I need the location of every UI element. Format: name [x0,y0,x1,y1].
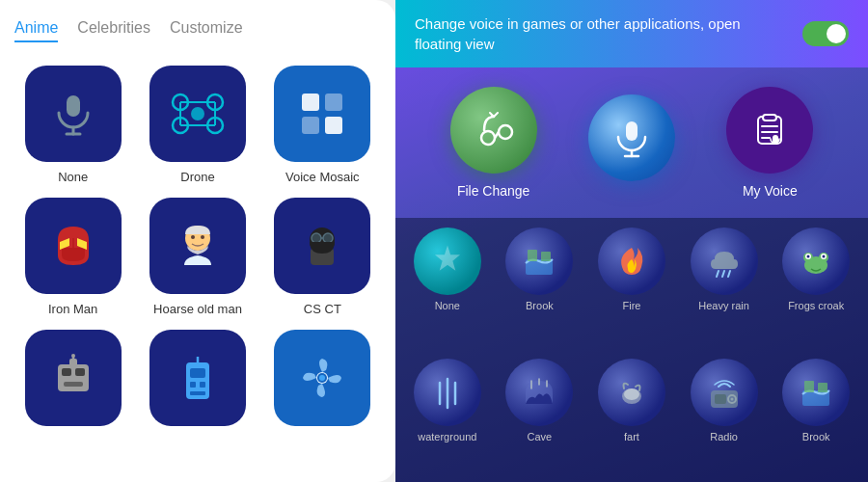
control-orb-my-voice [726,87,813,174]
svg-rect-27 [75,368,85,376]
effect-orb-cave [505,359,573,426]
svg-point-19 [201,235,204,239]
voice-item-walkie[interactable] [139,330,256,434]
effect-item-radio[interactable]: Radio [682,359,767,482]
svg-rect-14 [302,117,319,134]
banner: Change voice in games or other applicati… [395,0,868,67]
effect-item-brook[interactable]: Brook [498,228,583,351]
voice-label-none: None [58,170,88,186]
svg-line-58 [728,271,730,277]
effect-orb-brook [505,228,573,295]
effect-orb-waterground [414,359,481,426]
svg-rect-29 [69,359,77,366]
svg-point-31 [71,354,75,358]
effect-label-fart: fart [624,431,639,442]
voice-item-robot[interactable] [14,330,131,434]
voice-label-cs-ct: CS CT [304,302,341,318]
voice-icon-iron-man [25,198,122,294]
voice-item-cs-ct[interactable]: CS CT [264,198,381,318]
effect-item-brook2[interactable]: Brook [773,359,858,482]
toggle-floating-view[interactable] [802,21,849,46]
control-item-file-change[interactable]: File Change [450,87,537,199]
voice-grid: None Drone [14,66,381,434]
svg-point-22 [312,233,321,243]
svg-line-43 [495,132,499,138]
control-orb-mic [588,94,675,181]
svg-point-41 [481,131,495,145]
svg-line-56 [717,271,719,277]
voice-icon-none [25,66,122,162]
voice-icon-robot [25,330,122,426]
effect-item-cave[interactable]: Cave [498,359,583,482]
svg-rect-74 [818,383,827,392]
svg-rect-44 [626,121,637,141]
svg-rect-34 [190,382,196,388]
effect-orb-brook2 [782,359,850,426]
effect-item-waterground[interactable]: waterground [405,359,490,482]
control-item-mic[interactable] [588,94,675,191]
voice-item-none[interactable]: None [14,66,131,186]
effect-label-cave: Cave [528,431,553,442]
effect-item-heavy-rain[interactable]: Heavy rain [682,228,767,351]
svg-point-18 [191,235,195,239]
effect-item-fire[interactable]: Fire [589,228,674,351]
effect-label-heavy-rain: Heavy rain [698,300,749,311]
svg-rect-0 [67,95,80,117]
svg-rect-28 [64,382,83,387]
svg-rect-25 [58,364,89,391]
voice-icon-drone [149,66,246,162]
effects-grid: None Brook Fire [395,218,868,482]
svg-rect-48 [763,115,776,120]
voice-icon-fan [274,330,370,426]
effect-label-frogs-croak: Frogs croak [788,300,844,311]
svg-point-40 [319,375,325,381]
tab-anime[interactable]: Anime [14,19,58,42]
effect-orb-heavy-rain [691,228,758,295]
svg-point-42 [499,125,512,139]
svg-rect-35 [200,382,205,388]
voice-label-voice-mosaic: Voice Mosaic [285,170,360,186]
svg-rect-12 [302,94,319,111]
voice-controls: File Change [395,67,868,218]
voice-icon-voice-mosaic [274,66,370,162]
effect-orb-frogs-croak [782,228,850,295]
effect-item-fart[interactable]: fart [589,359,674,482]
control-label-my-voice: My Voice [743,183,798,199]
svg-line-57 [722,271,724,277]
svg-rect-54 [528,250,537,261]
svg-point-71 [730,398,733,401]
svg-rect-36 [190,391,205,395]
voice-item-voice-mosaic[interactable]: Voice Mosaic [264,66,381,186]
right-panel: Change voice in games or other applicati… [395,0,868,482]
effect-label-radio: Radio [710,431,738,442]
effect-item-none[interactable]: None [405,228,490,351]
voice-item-drone[interactable]: Drone [139,66,256,186]
effect-orb-radio [691,359,758,426]
voice-item-iron-man[interactable]: Iron Man [14,198,131,318]
voice-icon-hoarse-old-man [149,198,246,294]
voice-icon-cs-ct [274,198,370,294]
left-panel: Anime Celebrities Customize None [0,0,395,482]
svg-rect-73 [804,381,814,392]
svg-point-11 [191,107,204,120]
control-item-my-voice[interactable]: My Voice [726,87,813,199]
effect-orb-fire [598,228,665,295]
voice-item-hoarse-old-man[interactable]: Hoarse old man [139,198,256,318]
banner-text: Change voice in games or other applicati… [415,13,743,54]
control-orb-file-change [450,87,537,174]
svg-rect-55 [541,252,551,261]
voice-item-fan[interactable] [264,330,381,434]
tabs: Anime Celebrities Customize [14,19,381,50]
effect-item-frogs-croak[interactable]: Frogs croak [773,228,858,351]
effect-label-fire: Fire [623,300,641,311]
tab-celebrities[interactable]: Celebrities [77,19,150,42]
svg-point-67 [624,388,639,400]
effect-label-waterground: waterground [418,431,476,442]
effect-label-brook: Brook [526,300,554,311]
tab-customize[interactable]: Customize [170,19,243,42]
svg-rect-13 [325,94,342,111]
voice-label-iron-man: Iron Man [48,302,97,318]
svg-point-23 [323,233,333,243]
svg-rect-26 [62,368,71,376]
svg-point-65 [823,255,826,258]
